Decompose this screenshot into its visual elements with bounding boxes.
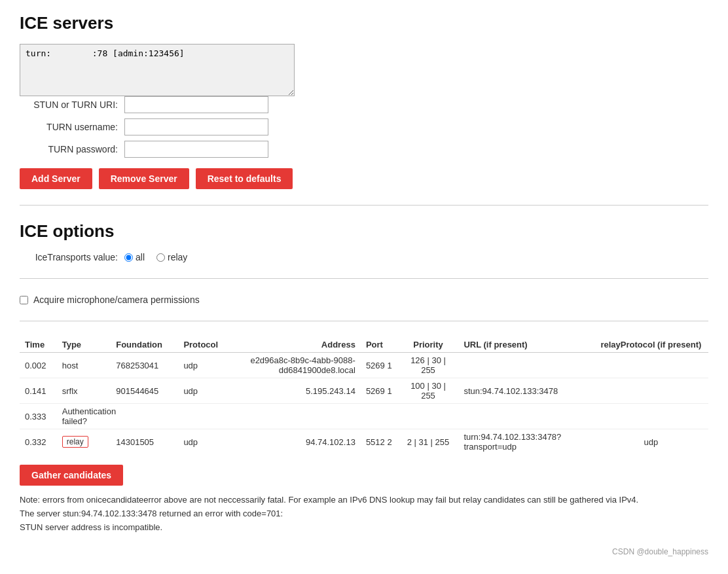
turn-password-row: TURN password: xyxy=(20,141,708,158)
cell-type: host xyxy=(57,353,111,378)
turn-username-input[interactable] xyxy=(124,118,268,135)
cell-time: 0.332 xyxy=(20,429,57,455)
ice-servers-title: ICE servers xyxy=(20,13,708,33)
turn-password-label: TURN password: xyxy=(20,144,124,154)
ice-servers-textarea[interactable]: turn: :78 [admin:123456] xyxy=(20,44,295,96)
watermark: CSDN @double_happiness xyxy=(20,547,708,556)
ice-servers-section: ICE servers turn: :78 [admin:123456] STU… xyxy=(20,13,708,189)
th-time: Time xyxy=(20,337,57,353)
table-row: 0.002 host 768253041 udp e2d96a8c-8b9c-4… xyxy=(20,353,708,378)
cell-priority: 100 | 30 | 255 xyxy=(398,378,459,404)
error-line1: The server stun:94.74.102.133:3478 retur… xyxy=(20,507,708,521)
radio-relay-text: relay xyxy=(168,252,187,262)
error-line2: STUN server address is incompatible. xyxy=(20,521,708,535)
ice-transports-radio-group: all relay xyxy=(124,252,187,262)
th-address: Address xyxy=(226,337,361,353)
cell-port: 5269 1 xyxy=(361,353,398,378)
cell-address: 94.74.102.13 xyxy=(226,429,361,455)
ice-options-title: ICE options xyxy=(20,221,708,242)
cell-port: 5269 1 xyxy=(361,378,398,404)
cell-protocol: udp xyxy=(178,429,225,455)
th-relay-protocol: relayProtocol (if present) xyxy=(594,337,708,353)
gather-candidates-button[interactable]: Gather candidates xyxy=(20,465,123,486)
note-text: Note: errors from onicecandidateerror ab… xyxy=(20,493,708,507)
turn-password-input[interactable] xyxy=(124,141,268,158)
ice-options-section: ICE options IceTransports value: all rel… xyxy=(20,221,708,305)
turn-username-row: TURN username: xyxy=(20,118,708,135)
ice-transports-label: IceTransports value: xyxy=(20,252,124,262)
microphone-camera-checkbox[interactable] xyxy=(20,296,28,304)
radio-all-label[interactable]: all xyxy=(124,252,145,262)
cell-url: stun:94.74.102.133:3478 xyxy=(458,378,593,404)
turn-username-label: TURN username: xyxy=(20,122,124,132)
cell-foundation: 901544645 xyxy=(111,378,178,404)
table-row: 0.141 srflx 901544645 udp 5.195.243.14 5… xyxy=(20,378,708,404)
divider-3 xyxy=(20,321,708,321)
cell-address: e2d96a8c-8b9c-4abb-9088-dd6841900de8.loc… xyxy=(226,353,361,378)
th-type: Type xyxy=(57,337,111,353)
table-row: 0.333 Authenticationfailed? xyxy=(20,404,708,429)
add-server-button[interactable]: Add Server xyxy=(20,168,92,189)
th-port: Port xyxy=(361,337,398,353)
radio-relay-input[interactable] xyxy=(156,253,165,262)
cell-time: 0.141 xyxy=(20,378,57,404)
reset-defaults-button[interactable]: Reset to defaults xyxy=(196,168,293,189)
server-buttons: Add Server Remove Server Reset to defaul… xyxy=(20,168,708,189)
cell-port: 5512 2 xyxy=(361,429,398,455)
cell-protocol: udp xyxy=(178,353,225,378)
th-protocol: Protocol xyxy=(178,337,225,353)
cell-foundation: 768253041 xyxy=(111,353,178,378)
cell-protocol: udp xyxy=(178,378,225,404)
ice-transports-row: IceTransports value: all relay xyxy=(20,252,708,262)
stun-turn-uri-input[interactable] xyxy=(124,96,268,113)
cell-type: srflx xyxy=(57,378,111,404)
table-row: 0.332 relay 14301505 udp 94.74.102.13 55… xyxy=(20,429,708,455)
cell-priority: 2 | 31 | 255 xyxy=(398,429,459,455)
relay-badge: relay xyxy=(62,436,88,448)
cell-relay-protocol xyxy=(594,353,708,378)
th-url: URL (if present) xyxy=(458,337,593,353)
cell-address: 5.195.243.14 xyxy=(226,378,361,404)
cell-relay-protocol xyxy=(594,378,708,404)
divider-1 xyxy=(20,205,708,206)
microphone-camera-row: Acquire microphone/camera permissions xyxy=(20,295,708,305)
th-priority: Priority xyxy=(398,337,459,353)
cell-foundation: 14301505 xyxy=(111,429,178,455)
cell-type: relay xyxy=(57,429,111,455)
microphone-camera-label[interactable]: Acquire microphone/camera permissions xyxy=(33,295,200,305)
candidates-table: Time Type Foundation Protocol Address Po… xyxy=(20,337,708,454)
radio-all-text: all xyxy=(136,252,145,262)
cell-url: turn:94.74.102.133:3478?transport=udp xyxy=(458,429,593,455)
cell-time: 0.333 xyxy=(20,404,57,429)
divider-2 xyxy=(20,278,708,279)
table-header-row: Time Type Foundation Protocol Address Po… xyxy=(20,337,708,353)
cell-relay-protocol: udp xyxy=(594,429,708,455)
gather-candidates-wrapper: Gather candidates xyxy=(20,465,708,486)
stun-turn-uri-row: STUN or TURN URI: xyxy=(20,96,708,113)
radio-relay-label[interactable]: relay xyxy=(156,252,187,262)
remove-server-button[interactable]: Remove Server xyxy=(99,168,189,189)
cell-auth-failed: Authenticationfailed? xyxy=(57,404,708,429)
cell-priority: 126 | 30 | 255 xyxy=(398,353,459,378)
th-foundation: Foundation xyxy=(111,337,178,353)
radio-all-input[interactable] xyxy=(124,253,133,262)
cell-url xyxy=(458,353,593,378)
cell-time: 0.002 xyxy=(20,353,57,378)
stun-turn-uri-label: STUN or TURN URI: xyxy=(20,99,124,110)
note-section: Note: errors from onicecandidateerror ab… xyxy=(20,493,708,534)
